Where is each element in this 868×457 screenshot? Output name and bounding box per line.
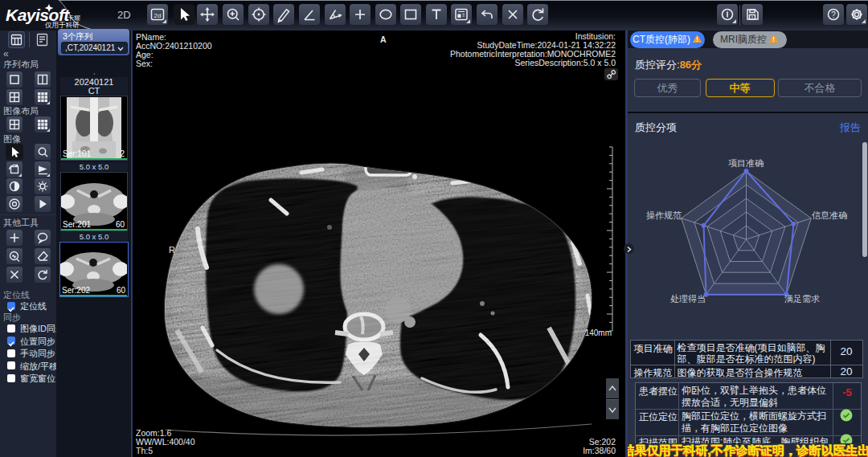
- svg-text:2d: 2d: [154, 12, 162, 19]
- svg-text:仅用于科研: 仅用于科研: [45, 21, 80, 29]
- svg-text:?: ?: [831, 10, 836, 19]
